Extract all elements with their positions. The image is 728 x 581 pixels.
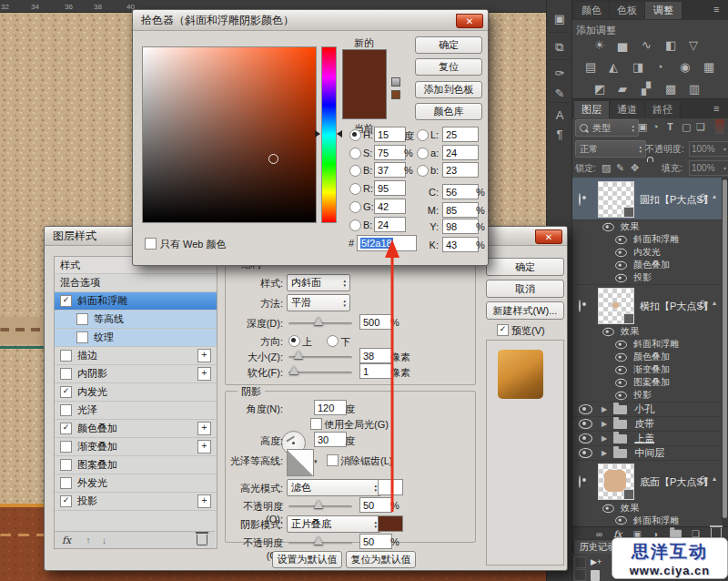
style-checkbox[interactable]	[60, 441, 72, 453]
current-color-swatch[interactable]	[342, 84, 387, 119]
hue-handle-left[interactable]	[315, 130, 320, 138]
style-checkbox[interactable]: ✓	[60, 295, 72, 307]
filter-adjustment-layers-icon[interactable]: ◔	[652, 121, 659, 133]
color-libraries-button[interactable]: 颜色库	[415, 103, 482, 120]
style-item-inner-glow[interactable]: ✓ 内发光	[55, 383, 217, 402]
plus-icon[interactable]: +	[197, 349, 211, 362]
c-input[interactable]: 56	[442, 184, 479, 199]
style-item-drop-shadow[interactable]: ✓ 投影 +	[55, 493, 217, 511]
add-to-swatches-button[interactable]: 添加到色板	[415, 81, 482, 98]
style-checkbox[interactable]	[76, 331, 88, 343]
tab-layers[interactable]: 图层	[574, 101, 610, 118]
a-input[interactable]: 24	[442, 145, 479, 160]
cancel-button[interactable]: 取消	[486, 280, 564, 298]
ok-button[interactable]: 确定	[415, 36, 482, 54]
highlight-mode-dropdown[interactable]: 滤色 ▴▾	[287, 479, 381, 496]
k-input[interactable]: 43	[442, 237, 479, 252]
visibility-eye-icon[interactable]	[579, 475, 581, 488]
move-effect-down-icon[interactable]: ↓	[102, 535, 107, 545]
angle-input[interactable]: 120	[314, 400, 347, 415]
plus-icon[interactable]: +	[197, 422, 211, 435]
tab-channels[interactable]: 通道	[610, 101, 645, 118]
style-checkbox[interactable]: ✓	[60, 423, 72, 434]
brush-panel-icon[interactable]: ✑	[551, 64, 569, 82]
styles-panel-icon[interactable]: ⧉	[551, 37, 569, 56]
l-input[interactable]: 25	[442, 127, 479, 142]
g-radio[interactable]	[349, 201, 361, 213]
layer-row-hengkou[interactable]: 横扣【P大点S】 fx ▴	[572, 285, 722, 325]
reset-default-button[interactable]: 复位为默认值	[346, 551, 416, 568]
style-checkbox[interactable]	[76, 313, 88, 325]
b-radio[interactable]	[349, 165, 361, 177]
y-input[interactable]: 98	[442, 219, 479, 234]
effect-row[interactable]: 投影	[572, 389, 722, 403]
effect-row[interactable]: 斜面和浮雕	[572, 338, 722, 351]
style-item-bevel-emboss[interactable]: ✓ 斜面和浮雕	[55, 292, 217, 311]
layer-row-dimian[interactable]: 底面【P大点S】 fx ▴	[572, 461, 722, 502]
visibility-eye-icon[interactable]	[579, 419, 592, 429]
visibility-eye-icon[interactable]	[579, 300, 581, 312]
effect-row[interactable]: 颜色叠加	[572, 259, 722, 271]
g-input[interactable]: 42	[374, 199, 406, 214]
paragraph-panel-icon[interactable]: ¶	[551, 125, 569, 143]
filter-smart-object-icon[interactable]: ❏	[696, 121, 705, 133]
delete-effect-icon[interactable]	[197, 535, 207, 545]
group-name[interactable]: 皮带	[634, 417, 654, 431]
style-checkbox[interactable]	[60, 404, 72, 416]
lock-transparent-pixels-icon[interactable]: ▨	[602, 162, 611, 174]
size-slider-handle[interactable]	[294, 351, 303, 359]
group-row-zhongjianceng[interactable]: ▶ 中间层	[572, 446, 722, 461]
move-effect-up-icon[interactable]: ↑	[86, 535, 91, 545]
ok-button[interactable]: 确定	[486, 258, 564, 276]
effect-row[interactable]: 渐变叠加	[572, 363, 722, 376]
effects-row[interactable]: 效果	[572, 502, 722, 515]
channel-mixer-icon[interactable]: ◉	[680, 61, 690, 73]
contour-chevron-icon[interactable]: ▾	[314, 458, 318, 465]
lab-b-radio[interactable]	[417, 165, 429, 177]
color-field[interactable]	[142, 46, 317, 223]
style-item-texture[interactable]: 纹理	[55, 329, 217, 347]
tab-adjustments[interactable]: 调整	[645, 2, 682, 19]
effect-row[interactable]: 斜面和浮雕	[572, 233, 722, 246]
visibility-eye-icon[interactable]	[579, 433, 592, 443]
lock-image-pixels-icon[interactable]: ✎	[616, 162, 624, 174]
photo-filter-icon[interactable]: ◔	[656, 61, 663, 73]
highlight-opacity-handle[interactable]	[314, 500, 323, 508]
gloss-contour-thumbnail[interactable]	[287, 449, 314, 476]
group-row-xiaokong[interactable]: ▶ 小孔	[572, 403, 722, 417]
collapse-effects-icon[interactable]: ▴	[713, 192, 716, 200]
style-item-satin[interactable]: 光泽	[55, 402, 217, 420]
filter-shape-layers-icon[interactable]: ▢	[682, 121, 691, 133]
set-default-button[interactable]: 设置为默认值	[272, 551, 342, 568]
h-input[interactable]: 15	[374, 127, 406, 142]
style-item-inner-shadow[interactable]: 内阴影 +	[55, 365, 217, 383]
web-safe-swatch[interactable]	[391, 90, 400, 99]
threshold-icon[interactable]: ▞	[642, 83, 651, 95]
style-item-color-overlay[interactable]: ✓ 颜色叠加 +	[55, 420, 217, 438]
lab-b-input[interactable]: 23	[442, 162, 479, 178]
s-input[interactable]: 75	[374, 145, 406, 160]
b-input[interactable]: 37	[374, 162, 406, 178]
visibility-eye-icon[interactable]	[602, 222, 614, 230]
vibrance-icon[interactable]: ▽	[689, 39, 698, 51]
group-row-shanggai[interactable]: ▶ 上盖	[572, 432, 722, 446]
history-source-checkbox[interactable]	[574, 556, 586, 568]
l-radio[interactable]	[417, 129, 429, 141]
filter-toggle[interactable]	[715, 119, 724, 135]
filter-type-layers-icon[interactable]: T	[667, 121, 673, 133]
color-balance-icon[interactable]: ◭	[609, 61, 618, 73]
s-radio[interactable]	[349, 148, 361, 159]
visibility-eye-icon[interactable]	[615, 365, 627, 373]
layer-filter-type-dropdown[interactable]: 类型 ▴▾	[575, 119, 639, 137]
collapse-effects-icon[interactable]: ▴	[713, 299, 716, 307]
close-icon[interactable]: ✕	[535, 229, 562, 244]
visibility-eye-icon[interactable]	[615, 235, 627, 243]
depth-input[interactable]: 500	[359, 314, 392, 330]
visibility-eye-icon[interactable]	[615, 248, 627, 256]
blend-mode-dropdown[interactable]: 正常 ▴▾	[575, 140, 646, 158]
visibility-eye-icon[interactable]	[615, 340, 627, 348]
style-item-stroke[interactable]: 描边 +	[55, 347, 217, 365]
effect-row[interactable]: 斜面和浮雕	[572, 515, 722, 526]
expand-arrow-icon[interactable]: ▶	[602, 420, 607, 428]
black-white-icon[interactable]: ◨	[632, 61, 643, 73]
